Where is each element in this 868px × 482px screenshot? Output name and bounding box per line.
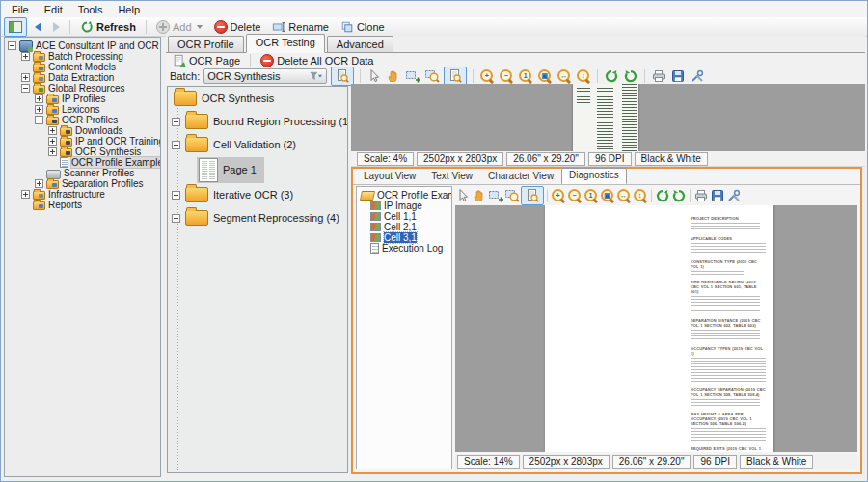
tree-item-root[interactable]: ACE Consultant IP and OCR <box>5 40 160 51</box>
tree-item-content-models[interactable]: Content Models <box>5 62 160 72</box>
expander[interactable] <box>35 179 43 188</box>
zoom-out-icon[interactable] <box>567 188 583 203</box>
tree-item-ocr-profile-example[interactable]: OCR Profile Example <box>5 157 160 168</box>
add-region-icon[interactable] <box>405 68 420 84</box>
diag-item-cell-3-1[interactable]: Cell 3,1 <box>357 232 451 243</box>
expander[interactable] <box>35 105 43 114</box>
print-icon[interactable] <box>651 68 666 84</box>
ocr-page-button[interactable]: OCR Page <box>169 52 244 69</box>
tree-item-batch-processing[interactable]: Batch Processing <box>5 51 160 62</box>
page-magnifier-button[interactable] <box>521 186 544 205</box>
rotate-ccw-icon[interactable] <box>655 188 670 203</box>
zoom-in-icon[interactable] <box>551 188 566 203</box>
expander[interactable] <box>172 118 180 126</box>
page-preview-toggle-button[interactable] <box>331 67 354 86</box>
tree-item-ocr-profiles[interactable]: OCR Profiles <box>5 115 160 125</box>
zoom-out-icon[interactable] <box>499 68 514 84</box>
batch-item-segment-reprocessing[interactable]: Segment Reprocessing (4) <box>168 206 347 229</box>
document-viewport[interactable]: PROJECT DESCRIPTION APPLICABLE CODES CON… <box>455 205 857 452</box>
forward-button[interactable] <box>49 20 64 34</box>
pan-hand-icon[interactable] <box>386 68 401 84</box>
zoom-in-icon[interactable] <box>479 68 495 84</box>
tree-item-lexicons[interactable]: Lexicons <box>5 104 160 115</box>
settings-icon[interactable] <box>690 68 705 84</box>
diag-item-ip-image[interactable]: IP Image <box>357 201 451 211</box>
expander[interactable] <box>35 94 43 103</box>
pointer-icon[interactable] <box>455 188 471 203</box>
batch-item-iterative-ocr[interactable]: Iterative OCR (3) <box>168 183 347 206</box>
collapse-expander[interactable] <box>35 116 43 124</box>
zoom-fit-width-icon[interactable] <box>616 188 632 203</box>
zoom-fit-height-icon[interactable] <box>633 188 648 203</box>
zoom-actual-icon[interactable] <box>518 68 533 84</box>
print-icon[interactable] <box>693 188 709 203</box>
diag-item-profile-example[interactable]: OCR Profile Example <box>357 190 451 201</box>
tree-item-downloads[interactable]: Downloads <box>5 125 160 136</box>
expander[interactable] <box>21 73 30 82</box>
tree-item-ip-ocr-training[interactable]: IP and OCR Training <box>5 136 160 147</box>
batch-item-bound-region[interactable]: Bound Region Processing (1) <box>168 110 347 133</box>
collapse-expander[interactable] <box>172 141 180 149</box>
batch-item-cell-validation[interactable]: Cell Validation (2) <box>168 133 347 156</box>
tree-item-scanner-profiles[interactable]: Scanner Profiles <box>5 168 160 178</box>
diag-item-execution-log[interactable]: Execution Log <box>357 243 451 254</box>
expander[interactable] <box>21 52 30 61</box>
zoom-actual-icon[interactable] <box>583 188 599 203</box>
tab-character-view[interactable]: Character View <box>480 169 561 184</box>
tree-item-reports[interactable]: Reports <box>5 200 160 210</box>
tab-ocr-profile[interactable]: OCR Profile <box>168 36 244 52</box>
pointer-icon[interactable] <box>366 68 382 84</box>
tree-item-global-resources[interactable]: Global Resources <box>5 83 160 94</box>
zoom-fit-icon[interactable] <box>600 188 615 203</box>
tree-item-infrastructure[interactable]: Infrastructure <box>5 189 160 200</box>
menu-help[interactable]: Help <box>111 4 147 15</box>
settings-icon[interactable] <box>726 188 742 203</box>
tab-diagnostics[interactable]: Diagnostics <box>561 168 627 184</box>
add-button[interactable]: Add <box>152 18 206 36</box>
delete-all-ocr-data-button[interactable]: Delete All OCR Data <box>257 52 377 69</box>
zoom-fit-icon[interactable] <box>537 68 553 84</box>
navigation-toggle-button[interactable] <box>4 17 27 37</box>
expander[interactable] <box>48 137 57 146</box>
batch-item-ocr-synthesis[interactable]: OCR Synthesis <box>168 87 347 110</box>
pan-hand-icon[interactable] <box>472 188 487 203</box>
tree-item-ocr-synthesis[interactable]: OCR Synthesis <box>5 147 160 157</box>
expander[interactable] <box>172 191 180 200</box>
rotate-cw-icon[interactable] <box>671 188 687 203</box>
tab-advanced[interactable]: Advanced <box>327 36 393 52</box>
tab-ocr-testing[interactable]: OCR Testing <box>246 34 325 53</box>
expander[interactable] <box>48 147 57 156</box>
rotate-cw-icon[interactable] <box>623 68 638 84</box>
expander[interactable] <box>21 190 30 199</box>
menu-tools[interactable]: Tools <box>71 4 110 15</box>
collapse-expander[interactable] <box>21 84 30 93</box>
diag-item-cell-2-1[interactable]: Cell 2,1 <box>357 222 451 232</box>
menu-edit[interactable]: Edit <box>38 4 69 15</box>
batch-combobox[interactable]: OCR Synthesis <box>203 68 327 84</box>
menu-file[interactable]: File <box>5 4 36 15</box>
zoom-fit-height-icon[interactable] <box>576 68 591 84</box>
tab-text-view[interactable]: Text View <box>423 169 480 184</box>
expander[interactable] <box>48 126 57 135</box>
collapse-expander[interactable] <box>8 41 16 50</box>
page-thumbnail[interactable] <box>573 84 638 151</box>
add-region-icon[interactable] <box>488 188 503 203</box>
tree-item-separation-profiles[interactable]: Separation Profiles <box>5 178 160 189</box>
page-preview-viewport[interactable] <box>351 84 865 151</box>
batch-item-page-1[interactable]: Page 1 <box>168 156 347 183</box>
rotate-ccw-icon[interactable] <box>604 68 619 84</box>
tree-item-ip-profiles[interactable]: IP Profiles <box>5 94 160 104</box>
delete-button[interactable]: Delete <box>210 18 265 36</box>
tab-layout-view[interactable]: Layout View <box>356 169 423 184</box>
refresh-button[interactable]: Refresh <box>76 18 140 36</box>
expander[interactable] <box>172 214 180 223</box>
save-icon[interactable] <box>710 188 725 203</box>
rename-button[interactable]: Rename <box>268 18 333 36</box>
zoom-selection-icon[interactable] <box>424 68 440 84</box>
zoom-fit-width-icon[interactable] <box>556 68 572 84</box>
tree-item-data-extraction[interactable]: Data Extraction <box>5 72 160 83</box>
save-icon[interactable] <box>670 68 686 84</box>
clone-button[interactable]: Clone <box>337 18 389 36</box>
back-button[interactable] <box>31 20 45 34</box>
diag-item-cell-1-1[interactable]: Cell 1,1 <box>357 211 451 222</box>
